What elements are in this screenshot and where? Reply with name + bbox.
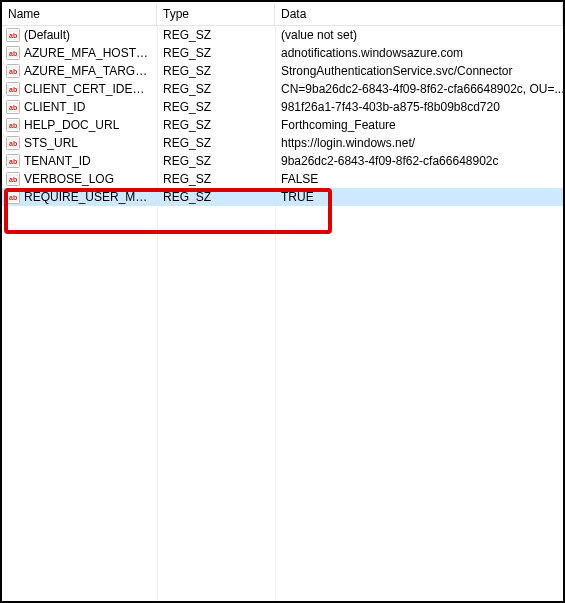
cell-data: StrongAuthenticationService.svc/Connecto… [275,64,563,78]
cell-name: abREQUIRE_USER_MATCH [2,190,157,204]
cell-data: FALSE [275,172,563,186]
cell-data: TRUE [275,190,563,204]
cell-data: (value not set) [275,28,563,42]
cell-data: 981f26a1-7f43-403b-a875-f8b09b8cd720 [275,100,563,114]
cell-name: abAZURE_MFA_TARGET... [2,64,157,78]
cell-type: REG_SZ [157,46,275,60]
value-type: REG_SZ [163,46,211,60]
cell-data: https://login.windows.net/ [275,136,563,150]
value-data: adnotifications.windowsazure.com [281,46,463,60]
value-data: 9ba26dc2-6843-4f09-8f62-cfa66648902c [281,154,499,168]
value-type: REG_SZ [163,172,211,186]
cell-type: REG_SZ [157,100,275,114]
svg-text:ab: ab [9,176,17,183]
reg-string-icon: ab [6,136,20,150]
value-type: REG_SZ [163,136,211,150]
table-row[interactable]: ab(Default)REG_SZ(value not set) [2,26,563,44]
svg-text:ab: ab [9,50,17,57]
table-row[interactable]: abVERBOSE_LOGREG_SZFALSE [2,170,563,188]
value-name: HELP_DOC_URL [24,118,119,132]
value-name: CLIENT_CERT_IDENTI... [24,82,151,96]
cell-type: REG_SZ [157,172,275,186]
table-row[interactable]: abTENANT_IDREG_SZ9ba26dc2-6843-4f09-8f62… [2,152,563,170]
table-row[interactable]: abHELP_DOC_URLREG_SZForthcoming_Feature [2,116,563,134]
cell-name: abSTS_URL [2,136,157,150]
reg-string-icon: ab [6,46,20,60]
cell-data: adnotifications.windowsazure.com [275,46,563,60]
reg-string-icon: ab [6,64,20,78]
svg-text:ab: ab [9,122,17,129]
value-type: REG_SZ [163,28,211,42]
cell-name: abTENANT_ID [2,154,157,168]
value-type: REG_SZ [163,64,211,78]
value-data: TRUE [281,190,314,204]
cell-name: abCLIENT_ID [2,100,157,114]
svg-text:ab: ab [9,104,17,111]
value-type: REG_SZ [163,82,211,96]
value-name: VERBOSE_LOG [24,172,114,186]
column-header-type[interactable]: Type [157,3,275,25]
reg-string-icon: ab [6,154,20,168]
column-header-name[interactable]: Name [2,3,157,25]
cell-data: CN=9ba26dc2-6843-4f09-8f62-cfa66648902c,… [275,82,563,96]
value-name: STS_URL [24,136,78,150]
reg-string-icon: ab [6,118,20,132]
value-name: TENANT_ID [24,154,91,168]
table-row[interactable]: abCLIENT_IDREG_SZ981f26a1-7f43-403b-a875… [2,98,563,116]
svg-text:ab: ab [9,158,17,165]
cell-type: REG_SZ [157,136,275,150]
value-name: REQUIRE_USER_MATCH [24,190,151,204]
value-type: REG_SZ [163,190,211,204]
cell-name: abVERBOSE_LOG [2,172,157,186]
cell-data: 9ba26dc2-6843-4f09-8f62-cfa66648902c [275,154,563,168]
cell-type: REG_SZ [157,82,275,96]
svg-text:ab: ab [9,68,17,75]
reg-string-icon: ab [6,28,20,42]
cell-name: abAZURE_MFA_HOSTN... [2,46,157,60]
cell-name: abHELP_DOC_URL [2,118,157,132]
cell-data: Forthcoming_Feature [275,118,563,132]
svg-text:ab: ab [9,86,17,93]
svg-text:ab: ab [9,140,17,147]
svg-text:ab: ab [9,32,17,39]
table-row[interactable]: abAZURE_MFA_TARGET...REG_SZStrongAuthent… [2,62,563,80]
value-data: https://login.windows.net/ [281,136,415,150]
value-name: AZURE_MFA_TARGET... [24,64,151,78]
reg-string-icon: ab [6,190,20,204]
value-data: StrongAuthenticationService.svc/Connecto… [281,64,512,78]
registry-value-list: Name Type Data ab(Default)REG_SZ(value n… [2,2,563,601]
value-name: (Default) [24,28,70,42]
value-type: REG_SZ [163,118,211,132]
value-data: Forthcoming_Feature [281,118,396,132]
value-type: REG_SZ [163,100,211,114]
reg-string-icon: ab [6,172,20,186]
column-header-data[interactable]: Data [275,3,563,25]
value-name: AZURE_MFA_HOSTN... [24,46,151,60]
cell-name: ab(Default) [2,28,157,42]
cell-type: REG_SZ [157,64,275,78]
cell-name: abCLIENT_CERT_IDENTI... [2,82,157,96]
table-row[interactable]: abREQUIRE_USER_MATCHREG_SZTRUE [2,188,563,206]
rows-container: ab(Default)REG_SZ(value not set)abAZURE_… [2,26,563,206]
reg-string-icon: ab [6,100,20,114]
cell-type: REG_SZ [157,118,275,132]
cell-type: REG_SZ [157,154,275,168]
table-row[interactable]: abCLIENT_CERT_IDENTI...REG_SZCN=9ba26dc2… [2,80,563,98]
value-data: 981f26a1-7f43-403b-a875-f8b09b8cd720 [281,100,500,114]
value-data: CN=9ba26dc2-6843-4f09-8f62-cfa66648902c,… [281,82,563,96]
cell-type: REG_SZ [157,190,275,204]
table-row[interactable]: abAZURE_MFA_HOSTN...REG_SZadnotification… [2,44,563,62]
value-data: (value not set) [281,28,357,42]
cell-type: REG_SZ [157,28,275,42]
value-name: CLIENT_ID [24,100,85,114]
reg-string-icon: ab [6,82,20,96]
table-row[interactable]: abSTS_URLREG_SZhttps://login.windows.net… [2,134,563,152]
value-data: FALSE [281,172,318,186]
column-header-row: Name Type Data [2,2,563,26]
value-type: REG_SZ [163,154,211,168]
svg-text:ab: ab [9,194,17,201]
